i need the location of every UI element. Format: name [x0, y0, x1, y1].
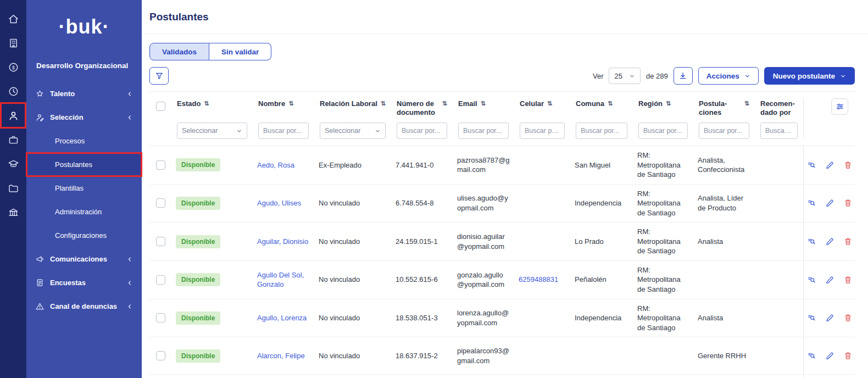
edit-button[interactable]	[825, 159, 836, 170]
delete-button[interactable]	[843, 313, 854, 324]
estado-badge: Disponible	[176, 158, 220, 171]
edit-button[interactable]	[825, 198, 836, 209]
column-filter-select[interactable]: Seleccionar	[320, 123, 386, 139]
tab-validados[interactable]: Validados	[149, 43, 209, 60]
sidebar-item-configuraciones[interactable]: Configuraciones	[26, 224, 142, 247]
nombre-link[interactable]: Aguilar, Dionisio	[257, 237, 308, 246]
rail-item-home[interactable]	[1, 7, 25, 31]
column-filter-select[interactable]: Seleccionar	[177, 123, 247, 139]
sort-icon[interactable]: ⇅	[481, 100, 486, 108]
column-filter-input[interactable]	[760, 123, 798, 139]
column-label[interactable]: Postula-ciones	[699, 99, 741, 118]
edit-button[interactable]	[825, 313, 836, 324]
sort-icon[interactable]: ⇅	[442, 100, 447, 108]
sort-icon[interactable]: ⇅	[744, 100, 749, 108]
view-details-button[interactable]	[806, 198, 817, 209]
row-checkbox[interactable]	[156, 351, 165, 360]
rail-item-remuneraciones[interactable]: $	[1, 55, 25, 79]
filter-button[interactable]	[149, 67, 169, 85]
sidebar-item-canal-denuncias[interactable]: Canal de denuncias	[26, 294, 142, 318]
nombre-link[interactable]: Agudo, Ulises	[257, 199, 301, 207]
sort-icon[interactable]: ⇅	[547, 100, 552, 108]
view-details-button[interactable]	[806, 159, 817, 170]
person-icon	[8, 110, 19, 121]
page-size-select[interactable]: 25	[609, 68, 640, 84]
delete-button[interactable]	[843, 159, 854, 170]
sidebar-item-administracion[interactable]: Administración	[26, 200, 142, 224]
column-label[interactable]: Relación Laboral	[320, 99, 377, 108]
sidebar-item-seleccion[interactable]: Selección	[26, 105, 142, 129]
row-checkbox[interactable]	[156, 313, 165, 323]
delete-button[interactable]	[843, 236, 854, 247]
relacion-laboral-cell: No vinculado	[314, 270, 391, 289]
delete-button[interactable]	[843, 351, 854, 362]
view-details-button[interactable]	[806, 236, 817, 247]
row-checkbox[interactable]	[156, 198, 165, 208]
column-filter-input[interactable]	[576, 123, 627, 139]
column-label[interactable]: Región	[638, 99, 663, 108]
rail-item-company[interactable]	[1, 31, 25, 55]
column-label[interactable]: Email	[458, 99, 477, 108]
sort-icon[interactable]: ⇅	[608, 100, 613, 108]
nombre-link[interactable]: Agullo Del Sol, Gonzalo	[257, 271, 304, 289]
rail-item-beneficios[interactable]	[1, 200, 25, 224]
column-filter-input[interactable]	[699, 123, 749, 139]
edit-button[interactable]	[825, 274, 836, 285]
view-details-button[interactable]	[806, 313, 817, 324]
sidebar-item-procesos[interactable]: Procesos	[26, 129, 142, 153]
page-size-value: 25	[614, 72, 622, 80]
tab-sin-validar[interactable]: Sin validar	[209, 43, 271, 60]
download-button[interactable]	[674, 67, 693, 85]
delete-button[interactable]	[843, 198, 854, 209]
column-filter-input[interactable]	[397, 123, 447, 139]
rail-item-seleccion[interactable]	[1, 103, 25, 127]
page-header: Postulantes	[142, 0, 868, 34]
sort-icon[interactable]: ⇅	[666, 100, 671, 108]
rail-item-historial[interactable]	[1, 79, 25, 103]
nombre-link[interactable]: Alarcon, Felipe	[257, 352, 305, 360]
row-checkbox[interactable]	[156, 237, 165, 246]
nombre-link[interactable]: Agullo, Lorenza	[257, 314, 307, 322]
column-label[interactable]: Nombre	[258, 99, 285, 108]
search-list-icon	[807, 160, 816, 170]
chevron-left-icon	[126, 280, 133, 286]
select-all-checkbox[interactable]	[156, 102, 165, 111]
column-filter-input[interactable]	[638, 123, 688, 139]
column-filter-input[interactable]	[520, 123, 565, 139]
column-header: Email ⇅	[453, 97, 514, 139]
sidebar-item-plantillas[interactable]: Plantillas	[26, 176, 142, 200]
sort-icon[interactable]: ⇅	[204, 100, 209, 108]
rail-item-briefcase[interactable]	[1, 127, 25, 152]
sidebar-item-comunicaciones[interactable]: Comunicaciones	[26, 247, 142, 271]
row-checkbox[interactable]	[156, 275, 165, 285]
comuna-cell: Peñalolén	[570, 270, 633, 289]
column-label[interactable]: Número de documento	[397, 99, 439, 118]
table-row: Disponible Aguilar, Dionisio No vinculad…	[149, 223, 855, 261]
column-label[interactable]: Comuna	[576, 99, 604, 108]
view-details-button[interactable]	[806, 351, 817, 362]
column-filter-input[interactable]	[258, 123, 309, 139]
table-row: Disponible Agudo, Ulises No vinculado 6.…	[149, 185, 855, 223]
rail-item-capacitaciones[interactable]	[1, 152, 25, 176]
edit-button[interactable]	[825, 351, 836, 362]
row-checkbox[interactable]	[156, 160, 165, 170]
celular-link[interactable]: 6259488831	[519, 275, 558, 284]
view-details-button[interactable]	[806, 274, 817, 285]
column-label[interactable]: Celular	[520, 99, 544, 108]
column-filter-input[interactable]	[458, 123, 509, 139]
sidebar-item-talento[interactable]: Talento	[26, 82, 142, 105]
sidebar-item-postulantes[interactable]: Postulantes	[26, 153, 142, 176]
nombre-link[interactable]: Aedo, Rosa	[257, 161, 294, 169]
nuevo-postulante-button[interactable]: Nuevo postulante	[764, 67, 855, 85]
column-label[interactable]: Recomen-dado por	[760, 99, 798, 118]
edit-button[interactable]	[825, 236, 836, 247]
rail-item-documentos[interactable]	[1, 176, 25, 200]
column-settings-button[interactable]	[831, 98, 848, 115]
column-label[interactable]: Estado	[177, 99, 201, 108]
sidebar-item-encuestas[interactable]: Encuestas	[26, 271, 142, 294]
seleccion-submenu: Procesos Postulantes Plantillas Administ…	[26, 129, 142, 247]
sort-icon[interactable]: ⇅	[381, 100, 386, 108]
sort-icon[interactable]: ⇅	[288, 100, 293, 108]
acciones-button[interactable]: Acciones	[698, 67, 759, 85]
delete-button[interactable]	[843, 274, 854, 285]
